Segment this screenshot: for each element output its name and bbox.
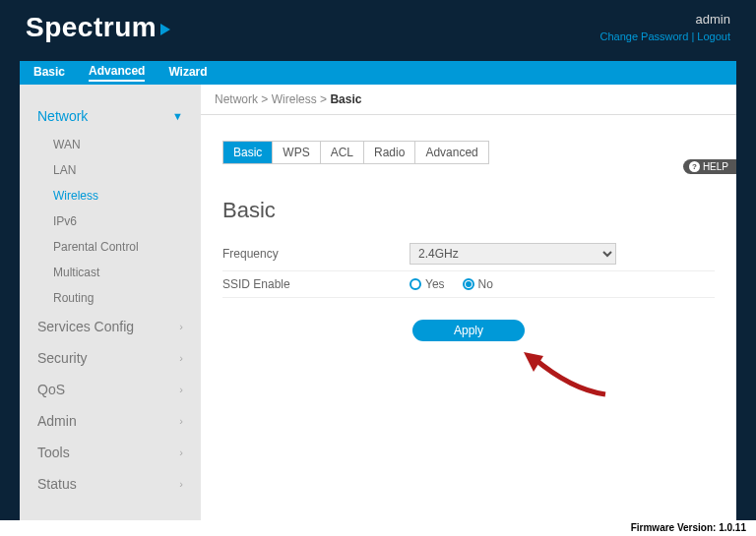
frequency-select[interactable]: 2.4GHz <box>410 243 616 265</box>
subtab-radio[interactable]: Radio <box>364 142 415 163</box>
radio-icon <box>410 278 421 290</box>
section-title: Basic <box>222 198 715 223</box>
frequency-label: Frequency <box>222 247 410 261</box>
subtab-basic[interactable]: Basic <box>223 142 273 163</box>
firmware-label: Firmware Version: <box>631 522 717 533</box>
main: Network > Wireless > Basic Basic WPS ACL… <box>201 85 736 520</box>
chevron-right-icon: › <box>179 321 183 332</box>
row-ssid-enable: SSID Enable Yes No <box>222 271 715 298</box>
sidebar-group-network[interactable]: Network ▼ <box>20 100 201 132</box>
body: Network ▼ WAN LAN Wireless IPv6 Parental… <box>20 85 736 520</box>
chevron-right-icon: › <box>179 352 183 364</box>
radio-label: No <box>478 277 493 291</box>
brand-logo: Spectrum <box>26 12 170 43</box>
change-password-link[interactable]: Change Password <box>599 30 688 42</box>
sidebar-item-routing[interactable]: Routing <box>20 285 201 311</box>
user-block: admin Change Password | Logout <box>599 12 730 42</box>
sidebar-item-multicast[interactable]: Multicast <box>20 260 201 285</box>
sidebar-item-parental[interactable]: Parental Control <box>20 234 201 260</box>
sidebar-group-label: Status <box>37 476 77 492</box>
ssid-enable-no[interactable]: No <box>463 277 493 291</box>
sidebar-item-wan[interactable]: WAN <box>20 132 201 157</box>
sidebar-group-label: Services Config <box>37 319 134 334</box>
sidebar-group-label: Security <box>37 350 88 366</box>
breadcrumb-a[interactable]: Network <box>215 92 258 106</box>
sidebar-group-tools[interactable]: Tools › <box>20 437 201 468</box>
radio-label: Yes <box>425 277 445 291</box>
sidebar-group-label: QoS <box>37 382 65 397</box>
sidebar-item-lan[interactable]: LAN <box>20 157 201 183</box>
sidebar-group-status[interactable]: Status › <box>20 468 201 500</box>
sidebar-item-ipv6[interactable]: IPv6 <box>20 208 201 234</box>
sidebar: Network ▼ WAN LAN Wireless IPv6 Parental… <box>20 85 201 520</box>
header: Spectrum admin Change Password | Logout <box>0 0 756 61</box>
breadcrumb: Network > Wireless > Basic <box>201 85 736 115</box>
subtab-wps[interactable]: WPS <box>273 142 320 163</box>
topnav-basic[interactable]: Basic <box>33 65 65 81</box>
sub-tabs: Basic WPS ACL Radio Advanced <box>222 141 489 164</box>
top-nav: Basic Advanced Wizard <box>20 61 736 85</box>
chevron-down-icon: ▼ <box>172 110 183 122</box>
chevron-right-icon: › <box>179 384 183 395</box>
topnav-wizard[interactable]: Wizard <box>168 65 207 81</box>
footer: Firmware Version: 1.0.11 <box>0 520 756 536</box>
firmware-version: 1.0.11 <box>719 522 746 533</box>
sidebar-group-admin[interactable]: Admin › <box>20 405 201 437</box>
brand-triangle-icon <box>160 24 170 35</box>
sidebar-group-label: Network <box>37 108 88 124</box>
sidebar-group-label: Tools <box>37 445 70 460</box>
brand-name: Spectrum <box>26 12 157 43</box>
breadcrumb-sep: > <box>320 92 327 106</box>
breadcrumb-b[interactable]: Wireless <box>272 92 317 106</box>
breadcrumb-sep: > <box>261 92 268 106</box>
ssid-enable-yes[interactable]: Yes <box>410 277 445 291</box>
chevron-right-icon: › <box>179 478 183 490</box>
ssid-enable-label: SSID Enable <box>222 277 410 291</box>
help-tab[interactable]: ? HELP <box>683 159 736 174</box>
sidebar-group-services[interactable]: Services Config › <box>20 311 201 342</box>
chevron-right-icon: › <box>179 415 183 427</box>
sidebar-item-wireless[interactable]: Wireless <box>20 183 201 208</box>
row-frequency: Frequency 2.4GHz <box>222 237 715 271</box>
sidebar-group-label: Admin <box>37 413 77 429</box>
topnav-advanced[interactable]: Advanced <box>89 64 145 82</box>
subtab-acl[interactable]: ACL <box>321 142 364 163</box>
help-icon: ? <box>689 161 700 172</box>
apply-button[interactable]: Apply <box>412 320 525 341</box>
chevron-right-icon: › <box>179 447 183 458</box>
current-user: admin <box>599 12 730 27</box>
logout-link[interactable]: Logout <box>697 30 730 42</box>
sidebar-group-qos[interactable]: QoS › <box>20 374 201 405</box>
radio-icon-selected <box>463 278 474 290</box>
breadcrumb-current: Basic <box>330 92 361 106</box>
sidebar-group-security[interactable]: Security › <box>20 342 201 374</box>
subtab-advanced[interactable]: Advanced <box>415 142 487 163</box>
help-label: HELP <box>703 161 728 172</box>
content: Basic WPS ACL Radio Advanced Basic Frequ… <box>201 115 736 341</box>
